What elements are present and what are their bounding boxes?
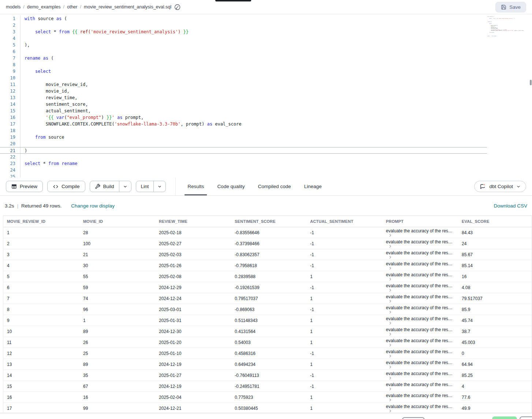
prompt-expand-chevron[interactable] xyxy=(388,376,392,380)
code-line[interactable]: 5), xyxy=(0,42,487,48)
table-cell: 2025-01-26 xyxy=(155,260,231,271)
breadcrumb-item[interactable]: movie_review_sentiment_analysis_eval.sql xyxy=(84,4,171,10)
table-cell: 1 xyxy=(306,293,382,304)
build-button[interactable]: Build xyxy=(90,181,119,192)
preview-button[interactable]: Preview xyxy=(6,181,43,192)
code-line[interactable]: 15 actual_sentiment, xyxy=(0,108,487,114)
edit-circle-icon[interactable] xyxy=(174,4,181,10)
table-cell: 2025-01-31 xyxy=(155,315,231,326)
prompt-cell-text: evaluate the accuracy of the res… xyxy=(386,261,453,266)
code-line[interactable]: 2 xyxy=(0,22,487,29)
table-cell: 0.2839588 xyxy=(231,271,306,282)
line-number: 21 xyxy=(0,147,15,153)
prompt-cell-text: evaluate the accuracy of the res… xyxy=(386,228,453,233)
line-number: 22 xyxy=(0,154,15,160)
prompt-expand-chevron[interactable] xyxy=(388,398,392,402)
eval-score-cell: 77.6 xyxy=(458,392,532,403)
breadcrumb-item[interactable]: models xyxy=(6,4,21,10)
prompt-cell-text: evaluate the accuracy of the res… xyxy=(386,349,453,354)
table-cell: 59 xyxy=(79,282,155,293)
prompt-expand-chevron[interactable] xyxy=(388,266,392,270)
prompt-cell: evaluate the accuracy of the res… xyxy=(382,403,458,414)
tab-lineage[interactable]: Lineage xyxy=(304,177,322,195)
table-cell: 0.6494234 xyxy=(231,359,306,370)
build-menu-chevron[interactable] xyxy=(119,181,131,192)
code-line[interactable]: 8 xyxy=(0,61,487,68)
save-button[interactable]: Save xyxy=(495,2,526,12)
code-line[interactable]: 20 xyxy=(0,141,487,147)
prompt-expand-chevron[interactable] xyxy=(388,343,392,347)
code-line[interactable]: 23select * from rename xyxy=(0,160,487,167)
breadcrumb-item[interactable]: demo_examples xyxy=(27,4,61,10)
lint-menu-chevron[interactable] xyxy=(153,181,165,192)
results-table: MOVIE_REVIEW_IDMOVIE_IDREVIEW_TIMESENTIM… xyxy=(3,216,532,414)
column-header: MOVIE_ID xyxy=(79,216,155,227)
prompt-cell: evaluate the accuracy of the res… xyxy=(382,348,458,359)
prompt-expand-chevron[interactable] xyxy=(388,233,392,237)
code-line[interactable]: 16 '{{ var("eval_prompt") }}' as prompt, xyxy=(0,114,487,121)
copilot-button[interactable]: dbt Copilot xyxy=(474,181,526,192)
prompt-expand-chevron[interactable] xyxy=(388,354,392,358)
table-cell: 3 xyxy=(3,249,79,260)
code-line[interactable]: 7rename as ( xyxy=(0,55,487,61)
table-cell: 16 xyxy=(3,392,79,403)
bottom-bar xyxy=(0,412,532,419)
prompt-cell-text: evaluate the accuracy of the res… xyxy=(386,239,453,244)
bottom-partial-button[interactable] xyxy=(402,417,425,419)
table-cell: 1 xyxy=(306,337,382,348)
prompt-cell-text: evaluate the accuracy of the res… xyxy=(386,327,453,332)
compile-button[interactable]: Compile xyxy=(47,181,85,192)
code-line[interactable]: 3 select * from {{ ref('movie_review_sen… xyxy=(0,29,487,35)
column-header: EVAL_SCORE xyxy=(458,216,532,227)
code-line[interactable]: 9 select xyxy=(0,68,487,75)
line-number: 14 xyxy=(0,101,15,108)
minimap[interactable]: with source as ( select * from {{ ref('m… xyxy=(487,16,530,38)
editor-scrollbar-thumb[interactable] xyxy=(530,80,532,85)
table-cell: -0.83062357 xyxy=(231,249,306,260)
code-line[interactable]: 10 xyxy=(0,75,487,81)
eval-score-cell: 38.7 xyxy=(458,326,532,337)
tab-code-quality[interactable]: Code quality xyxy=(217,177,245,195)
change-row-display-link[interactable]: Change row display xyxy=(71,203,115,209)
prompt-expand-chevron[interactable] xyxy=(388,277,392,281)
tab-compiled-code[interactable]: Compiled code xyxy=(258,177,291,195)
prompt-expand-chevron[interactable] xyxy=(388,387,392,391)
code-line[interactable]: 12 movie_id, xyxy=(0,88,487,94)
prompt-expand-chevron[interactable] xyxy=(388,255,392,259)
chevron-down-icon xyxy=(123,184,127,189)
table-cell: 89 xyxy=(79,326,155,337)
prompt-cell-text: evaluate the accuracy of the res… xyxy=(386,371,453,376)
code-line[interactable]: 17 SNOWFLAKE.CORTEX.COMPLETE('snowflake-… xyxy=(0,121,487,127)
bottom-partial-button[interactable] xyxy=(520,416,532,419)
table-cell: 1 xyxy=(306,315,382,326)
code-line[interactable]: 18 xyxy=(0,127,487,134)
prompt-expand-chevron[interactable] xyxy=(388,310,392,314)
code-line[interactable]: 6 xyxy=(0,48,487,55)
breadcrumb-item[interactable]: other xyxy=(67,4,78,10)
code-line[interactable]: 19 from source xyxy=(0,134,487,141)
bottom-partial-green-button[interactable] xyxy=(492,416,517,419)
prompt-expand-chevron[interactable] xyxy=(388,409,392,413)
prompt-expand-chevron[interactable] xyxy=(388,299,392,303)
code-editor[interactable]: 1with source as (23 select * from {{ ref… xyxy=(0,15,532,177)
code-line[interactable]: 1with source as ( xyxy=(0,15,487,22)
code-line[interactable]: 13 review_time, xyxy=(0,94,487,101)
prompt-expand-chevron[interactable] xyxy=(388,288,392,292)
prompt-expand-chevron[interactable] xyxy=(388,321,392,325)
code-line[interactable]: 4 xyxy=(0,35,487,42)
code-line[interactable]: 24 xyxy=(0,167,487,173)
code-line[interactable]: 21) xyxy=(0,147,487,154)
code-line[interactable]: 11 movie_review_id, xyxy=(0,81,487,88)
table-row: 21002025-02-27-0.37398466-1evaluate the … xyxy=(3,238,532,249)
download-csv-link[interactable]: Download CSV xyxy=(494,203,527,209)
tab-results[interactable]: Results xyxy=(187,177,204,195)
code-line[interactable]: 22 xyxy=(0,154,487,160)
code-line[interactable]: 14 sentiment_score, xyxy=(0,101,487,108)
line-number: 18 xyxy=(0,127,15,134)
code-line[interactable]: 25 xyxy=(0,173,487,177)
prompt-expand-chevron[interactable] xyxy=(388,244,392,248)
lint-button[interactable]: Lint xyxy=(136,181,154,192)
prompt-expand-chevron[interactable] xyxy=(388,332,392,336)
prompt-expand-chevron[interactable] xyxy=(388,365,392,369)
line-number: 7 xyxy=(0,55,15,61)
